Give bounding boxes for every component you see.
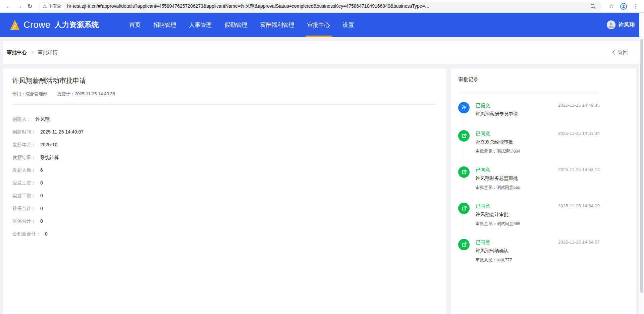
meta-department: 部门：综合管理部 — [12, 91, 47, 97]
browser-forward-button[interactable]: → — [14, 1, 24, 11]
approval-detail-card: 许凤翔薪酬活动审批申请 部门：综合管理部 提交于：2025-11-25 14:4… — [3, 68, 446, 314]
field-social-insurance-total: 社保合计：0 — [12, 206, 436, 211]
divider — [458, 92, 600, 92]
timestamp: 2025-11-25 14:53:14 — [558, 166, 600, 173]
timeline-item-submitted: 许 已提交 2025-11-25 14:49:35 许凤翔薪酬专员申请 — [458, 102, 600, 117]
browser-menu-icon[interactable]: ⋮ — [631, 1, 641, 11]
field-headcount: 发薪人数：6 — [12, 168, 436, 173]
timestamp: 2025-11-25 14:54:57 — [558, 239, 600, 246]
step-name: 许凤翔会计审批 — [476, 211, 600, 218]
timeline-item-approved-4: 已同意 2025-11-25 14:54:57 许凤翔出纳确认 审批意见：同意7… — [458, 239, 600, 262]
back-label: 返回 — [618, 49, 628, 56]
nav-item-home[interactable]: 首页 — [123, 13, 147, 37]
profile-icon[interactable] — [619, 1, 629, 11]
field-net-pay: 实发工资：0 — [12, 193, 436, 198]
step-name: 孙立双总经理审批 — [476, 139, 600, 145]
divider — [12, 104, 436, 105]
user-name: 许凤翔 — [619, 21, 635, 29]
breadcrumb-bar: 审批中心 审批详情 返回 — [3, 41, 641, 64]
status-badge: 已同意 — [476, 166, 490, 173]
approval-comment: 审批意见：同意777 — [476, 258, 600, 262]
app-header: Crowe 人力资源系统 首页 招聘管理 人事管理 假勤管理 薪酬福利管理 审批… — [0, 13, 644, 37]
submitter-avatar-icon: 许 — [458, 102, 470, 113]
bookmark-star-icon[interactable]: ☆ — [606, 1, 616, 11]
approve-share-icon — [458, 203, 470, 214]
field-pay-result: 发薪结果：系统计算 — [12, 155, 436, 160]
warning-icon: ⚠ — [43, 4, 47, 9]
status-badge: 已同意 — [476, 239, 490, 246]
security-label: 不安全 — [49, 3, 61, 9]
approve-share-icon — [458, 130, 470, 142]
crowe-logo-icon — [9, 19, 20, 31]
back-button[interactable]: 返回 — [612, 49, 628, 56]
timestamp: 2025-11-25 14:51:34 — [558, 130, 600, 137]
field-housing-fund-total: 公积金合计：0 — [12, 231, 436, 237]
approve-share-icon — [458, 166, 470, 178]
detail-meta: 部门：综合管理部 提交于：2025-11-25 14:49:35 — [12, 91, 436, 97]
status-badge: 已提交 — [476, 102, 490, 109]
scrollbar-thumb[interactable] — [640, 39, 643, 293]
nav-item-hr[interactable]: 人事管理 — [183, 13, 218, 37]
brand-name: Crowe — [23, 20, 51, 30]
security-chip[interactable]: ⚠ 不安全 — [40, 3, 64, 10]
field-creator: 创建人：许凤翔 — [12, 117, 436, 122]
approval-comment: 审批意见：测试同意666 — [476, 222, 600, 226]
page-scrollbar[interactable] — [639, 13, 644, 314]
user-avatar-icon — [607, 20, 615, 29]
timestamp: 2025-11-25 14:49:35 — [558, 102, 600, 109]
url-text[interactable]: hr-test.zjf-it.cn/#/approval/details?app… — [67, 3, 588, 9]
address-bar[interactable]: ⚠ 不安全 hr-test.zjf-it.cn/#/approval/detai… — [38, 2, 602, 11]
meta-submitted-at: 提交于：2025-11-25 14:49:35 — [57, 91, 115, 97]
nav-item-settings[interactable]: 设置 — [336, 13, 361, 37]
approval-comment: 审批意见：测试同意555 — [476, 186, 600, 190]
content-area: 许凤翔薪酬活动审批申请 部门：综合管理部 提交于：2025-11-25 14:4… — [3, 68, 636, 314]
browser-reload-button[interactable]: ↻ — [25, 1, 35, 11]
nav-item-attendance[interactable]: 假勤管理 — [218, 13, 254, 37]
breadcrumb: 审批中心 审批详情 — [7, 49, 58, 56]
approve-share-icon — [458, 239, 470, 250]
status-badge: 已同意 — [476, 130, 490, 137]
step-name: 许凤翔薪酬专员申请 — [476, 110, 600, 117]
field-gross-pay: 应发工资：0 — [12, 180, 436, 186]
status-badge: 已同意 — [476, 203, 490, 209]
brand-logo[interactable]: Crowe 人力资源系统 — [9, 13, 99, 37]
nav-item-recruitment[interactable]: 招聘管理 — [147, 13, 183, 37]
page-title: 许凤翔薪酬活动审批申请 — [12, 76, 436, 85]
nav-item-approval-center[interactable]: 审批中心 — [301, 13, 336, 37]
field-list: 创建人：许凤翔 创建时间：2025-11-25 14:49:07 发薪年月：20… — [12, 117, 436, 237]
timeline-item-approved-1: 已同意 2025-11-25 14:51:34 孙立双总经理审批 审批意见：测试… — [458, 130, 600, 154]
zoom-out-icon[interactable] — [588, 2, 598, 11]
approval-comment: 审批意见：测试通过004 — [476, 149, 600, 154]
main-nav: 首页 招聘管理 人事管理 假勤管理 薪酬福利管理 审批中心 设置 — [123, 13, 361, 37]
field-create-time: 创建时间：2025-11-25 14:49:07 — [12, 129, 436, 135]
field-pay-month: 发薪年月：2025-10 — [12, 142, 436, 147]
approval-log-title: 审批记录 — [458, 76, 628, 83]
approval-timeline: 许 已提交 2025-11-25 14:49:35 许凤翔薪酬专员申请 已同意 … — [458, 102, 600, 262]
timeline-item-approved-2: 已同意 2025-11-25 14:53:14 许凤翔财务总监审批 审批意见：测… — [458, 166, 600, 190]
browser-back-button[interactable]: ← — [3, 1, 13, 11]
approval-log-card: 审批记录 许 已提交 2025-11-25 14:49:35 许凤翔薪酬专员申请 — [451, 68, 636, 314]
timestamp: 2025-11-25 14:54:09 — [558, 203, 600, 209]
breadcrumb-root[interactable]: 审批中心 — [7, 49, 27, 56]
step-name: 许凤翔出纳确认 — [476, 247, 600, 254]
nav-item-payroll[interactable]: 薪酬福利管理 — [254, 13, 301, 37]
breadcrumb-current: 审批详情 — [38, 49, 58, 56]
timeline-item-approved-3: 已同意 2025-11-25 14:54:09 许凤翔会计审批 审批意见：测试同… — [458, 203, 600, 226]
browser-toolbar: ← → ↻ ⚠ 不安全 hr-test.zjf-it.cn/#/approval… — [0, 0, 644, 13]
chevron-left-icon — [612, 50, 615, 55]
field-medical-insurance-total: 医保合计：0 — [12, 219, 436, 224]
step-name: 许凤翔财务总监审批 — [476, 175, 600, 181]
product-name: 人力资源系统 — [55, 20, 99, 30]
user-menu[interactable]: 许凤翔 — [607, 13, 635, 37]
chevron-right-icon — [30, 50, 34, 55]
